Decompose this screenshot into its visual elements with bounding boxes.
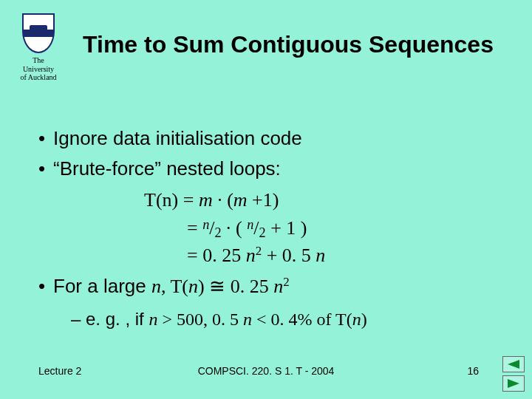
math-block: T(n) = m · (m +1) = n/2 · ( n/2 + 1 ) = …	[144, 186, 325, 270]
arrow-left-icon	[508, 360, 519, 369]
arrow-right-icon	[508, 379, 519, 388]
svg-marker-1	[508, 379, 519, 388]
footer-course: COMPSCI. 220. S 1. T - 2004	[0, 365, 532, 377]
logo-text: The University of Auckland	[16, 56, 61, 82]
university-logo: The University of Auckland	[16, 13, 61, 82]
nav-arrows	[502, 356, 525, 392]
crest-icon	[22, 13, 55, 53]
slide-title: Time to Sum Contiguous Sequences	[66, 31, 510, 58]
sub-bullet: – e. g. , if n > 500, 0. 5 n < 0. 4% of …	[71, 309, 367, 330]
bullet-2: •“Brute-force” nested loops:	[38, 156, 502, 182]
footer-page-number: 16	[467, 365, 479, 377]
bullet-list: •Ignore data initialisation code •“Brute…	[38, 126, 502, 186]
prev-slide-button[interactable]	[502, 356, 525, 372]
math-line-1: T(n) = m · (m +1)	[144, 186, 325, 214]
math-line-2: = n/2 · ( n/2 + 1 )	[144, 214, 325, 242]
svg-marker-0	[508, 360, 519, 369]
next-slide-button[interactable]	[502, 375, 525, 392]
bullet-1: •Ignore data initialisation code	[38, 126, 502, 151]
bullet-3: • For a large n, T(n) ≅ 0. 25 n2	[38, 275, 290, 298]
math-line-3: = 0. 25 n2 + 0. 5 n	[144, 242, 325, 270]
